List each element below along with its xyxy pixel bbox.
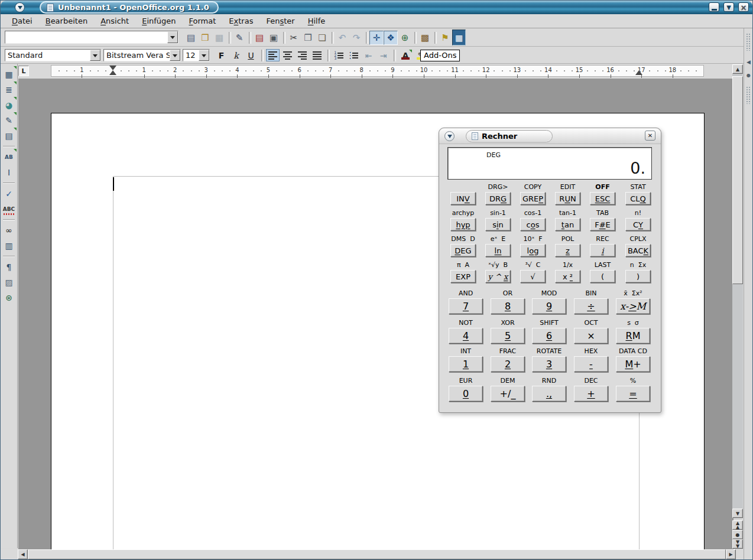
insert-objects-icon[interactable]: ◕ [2, 98, 16, 112]
calc-key-1[interactable]: 1 [449, 356, 483, 372]
print-file-icon[interactable]: ▣ [267, 31, 281, 45]
left-indent-marker[interactable] [109, 70, 116, 75]
font-size-combo[interactable]: 12 [183, 49, 210, 61]
calc-key-key[interactable]: + [574, 386, 608, 402]
calc-key-back[interactable]: BACK [625, 244, 651, 257]
scroll-left-button[interactable]: ◀ [18, 549, 28, 559]
url-combo-value[interactable] [5, 31, 167, 43]
data-sources-icon[interactable]: ▥ [2, 239, 16, 253]
calc-key-deg[interactable]: DEG [450, 244, 476, 257]
calc-key-tan[interactable]: tan [555, 218, 580, 231]
find-replace-icon[interactable]: ∞ [2, 223, 16, 237]
calc-key-z[interactable]: z [555, 244, 580, 257]
navigation-button[interactable]: ● [732, 530, 743, 539]
next-page-button[interactable]: ▼▼ [732, 539, 743, 549]
calc-key-inv[interactable]: INV [450, 192, 476, 205]
scroll-up-button[interactable]: ▲ [732, 64, 743, 74]
calc-key-y-x[interactable]: y ^ x [485, 270, 511, 283]
calc-key-key[interactable]: ÷ [574, 298, 608, 314]
menu-hilfe[interactable]: Hilfe [301, 15, 332, 27]
decrease-indent-button[interactable]: ⇤ [362, 49, 375, 61]
horizontal-scrollbar[interactable]: ◀▶ [18, 549, 736, 559]
draw-functions-icon[interactable]: ✎ [2, 113, 16, 128]
calc-key-4[interactable]: 4 [449, 328, 483, 344]
url-combo-dropdown[interactable] [167, 31, 178, 43]
calc-key-esc[interactable]: ESC [590, 192, 615, 205]
navigator-icon[interactable]: ✛ [369, 31, 384, 45]
collapse-arrow-icon[interactable]: ◀ [746, 59, 751, 65]
calc-key-rm[interactable]: RM [616, 328, 650, 344]
nonprinting-chars-icon[interactable]: ¶ [2, 260, 16, 274]
vertical-scroll-thumb[interactable] [732, 76, 743, 284]
menu-datei[interactable]: Datei [5, 15, 39, 27]
form-functions-icon[interactable]: ▤ [2, 129, 16, 143]
align-center-button[interactable] [281, 49, 294, 61]
calc-key-7[interactable]: 7 [449, 298, 483, 314]
window-menu-button[interactable] [15, 2, 25, 12]
font-combo-dropdown[interactable] [170, 50, 180, 61]
insert-fields-icon[interactable]: ≣ [2, 83, 16, 97]
font-size-value[interactable]: 12 [183, 50, 199, 61]
bullet-list-button[interactable]: ••• [347, 49, 361, 61]
paragraph-style-combo[interactable]: Standard [5, 49, 101, 61]
dock-splitter[interactable]: ◀ ● [745, 33, 752, 104]
paste-icon[interactable]: ❏ [315, 31, 329, 45]
size-combo-dropdown[interactable] [199, 50, 209, 61]
menu-extras[interactable]: Extras [222, 15, 259, 27]
tab-type-selector[interactable]: L [18, 66, 29, 76]
calc-key-run[interactable]: RUN [555, 192, 580, 205]
copy-icon[interactable]: ❐ [301, 31, 315, 45]
calc-key-x-m[interactable]: x->M [616, 298, 650, 314]
calc-key-f-e[interactable]: F#E [590, 218, 615, 231]
gallery-icon[interactable]: ▩ [418, 31, 432, 45]
online-layout-icon[interactable]: ⊛ [2, 291, 16, 305]
underline-button[interactable]: U [244, 49, 258, 61]
insert-table-icon[interactable]: ▦ [2, 67, 16, 82]
menu-bearbeiten[interactable]: Bearbeiten [39, 15, 94, 27]
bold-button[interactable]: F [215, 49, 228, 61]
italic-button[interactable]: k [229, 49, 243, 61]
horizontal-scroll-thumb[interactable] [28, 549, 726, 559]
increase-indent-button[interactable]: ⇥ [376, 49, 390, 61]
calc-key-hyp[interactable]: hyp [450, 218, 476, 231]
bookmark-navigator-icon[interactable]: ⚑ [438, 31, 452, 45]
calc-key-i[interactable]: i [590, 244, 615, 257]
calc-key-clq[interactable]: CLQ [625, 192, 651, 205]
hyperlink-icon[interactable]: ⊕ [398, 31, 412, 45]
calc-key-key[interactable]: ., [532, 386, 566, 402]
calc-key-key[interactable]: ) [625, 270, 651, 283]
calc-key-9[interactable]: 9 [532, 298, 566, 314]
calculator-title-pill[interactable]: Rechner [466, 130, 553, 142]
stylist-icon[interactable]: ❖ [384, 31, 398, 45]
menu-einf-gen[interactable]: Einfügen [135, 15, 182, 27]
cut-icon[interactable]: ✂ [287, 31, 301, 45]
calc-key-3[interactable]: 3 [532, 356, 566, 372]
new-document-icon[interactable]: ▤ [184, 31, 198, 45]
undo-icon[interactable]: ↶ [335, 31, 349, 45]
calculator-titlebar[interactable]: Rechner ✕ [439, 128, 661, 144]
calc-key-log[interactable]: log [520, 244, 546, 257]
calc-key-x[interactable]: x ² [555, 270, 580, 283]
edit-file-icon[interactable]: ✎ [232, 31, 246, 45]
autotext-icon[interactable]: AB [2, 150, 16, 164]
titlebar[interactable]: Unbenannt1 - OpenOffice.org 1.1.0 ▼✕ [1, 1, 752, 14]
graphics-onoff-icon[interactable]: ▨ [2, 275, 16, 289]
save-icon[interactable]: ▦ [212, 31, 226, 45]
scroll-right-button[interactable]: ▶ [726, 549, 736, 559]
calc-key-m[interactable]: M+ [616, 356, 650, 372]
calc-key-0[interactable]: 0 [449, 386, 483, 402]
close-document-icon[interactable]: × [740, 3, 747, 12]
export-pdf-icon[interactable]: ▤ [252, 31, 267, 45]
redo-icon[interactable]: ↷ [349, 31, 363, 45]
calculator-addon-icon[interactable]: ▦ [452, 30, 466, 45]
right-indent-marker[interactable] [635, 70, 642, 75]
calc-key-ln[interactable]: ln [485, 244, 511, 257]
menu-ansicht[interactable]: Ansicht [94, 15, 135, 27]
title-pill[interactable]: Unbenannt1 - OpenOffice.org 1.1.0 [40, 1, 219, 14]
menu-fenster[interactable]: Fenster [259, 15, 301, 27]
align-justify-button[interactable] [310, 49, 324, 61]
calc-key-exp[interactable]: EXP [450, 270, 476, 283]
calc-key-key[interactable]: = [616, 386, 650, 402]
calc-key-key[interactable]: - [574, 356, 608, 372]
calc-key-key[interactable]: +/_ [491, 386, 525, 402]
